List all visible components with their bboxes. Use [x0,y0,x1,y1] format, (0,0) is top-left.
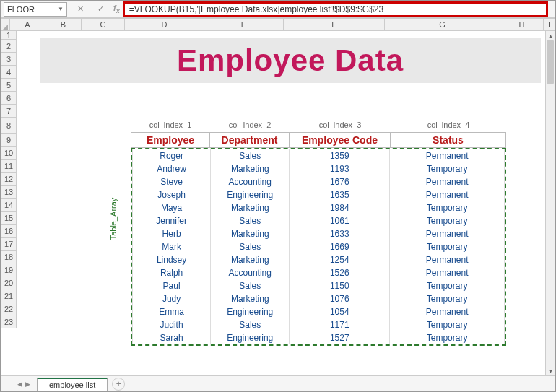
tab-next-icon[interactable]: ▶ [25,380,31,388]
table-cell[interactable]: Permanent [390,305,505,318]
table-cell[interactable]: Permanent [390,175,505,188]
column-header[interactable]: B [45,18,82,31]
table-cell[interactable]: Marketing [211,201,290,214]
table-cell[interactable]: Paul [132,279,211,292]
scroll-down-icon[interactable]: ▼ [546,367,555,375]
table-cell[interactable]: Permanent [390,227,505,240]
row-header[interactable]: 6 [1,92,17,105]
row-header[interactable]: 4 [1,66,17,79]
row-header[interactable]: 21 [1,289,17,302]
table-cell[interactable]: 1061 [290,214,390,227]
table-cell[interactable]: Permanent [390,253,505,266]
table-cell[interactable]: 1635 [290,188,390,201]
table-cell[interactable]: 1254 [290,253,390,266]
table-cell[interactable]: Maya [132,201,211,214]
table-cell[interactable]: Temporary [390,279,505,292]
table-cell[interactable]: 1526 [290,266,390,279]
table-cell[interactable]: Permanent [390,266,505,279]
table-cell[interactable]: Judy [132,292,211,305]
table-cell[interactable]: 1193 [290,162,390,175]
row-header[interactable]: 18 [1,251,17,263]
table-cell[interactable]: Sales [211,240,290,253]
table-cell[interactable]: Temporary [390,318,505,331]
table-cell[interactable]: Permanent [390,188,505,201]
row-header[interactable]: 14 [1,199,17,212]
table-cell[interactable]: 1171 [290,318,390,331]
table-cell[interactable]: Sales [211,318,290,331]
row-header[interactable]: 23 [1,315,17,328]
table-cell[interactable]: 1669 [290,240,390,253]
row-header[interactable]: 9 [1,134,17,147]
enter-formula-icon[interactable]: ✓ [95,4,106,14]
table-cell[interactable]: Marketing [211,162,290,175]
table-cell[interactable]: Marketing [211,253,290,266]
column-header[interactable]: E [204,18,284,31]
row-header[interactable]: 11 [1,160,17,173]
row-header[interactable]: 17 [1,238,17,251]
formula-bar[interactable]: =VLOOKUP(B15,'[Employee Data.xlsx]employ… [123,1,548,17]
row-header[interactable]: 10 [1,147,17,160]
row-header[interactable]: 2 [1,40,17,53]
row-header[interactable]: 19 [1,263,17,276]
table-cell[interactable]: 1527 [290,331,390,344]
select-all-corner[interactable] [1,18,9,31]
row-header[interactable]: 3 [1,53,17,66]
table-cell[interactable]: Marketing [211,292,290,305]
row-header[interactable]: 7 [1,105,17,118]
table-cell[interactable]: Sales [211,149,290,162]
column-header[interactable]: A [9,18,45,31]
vertical-scrollbar[interactable]: ▲ ▼ [545,31,555,375]
dropdown-icon[interactable]: ▼ [58,6,64,12]
column-header[interactable]: C [82,18,125,31]
column-header[interactable]: G [385,18,500,31]
table-cell[interactable]: Temporary [390,201,505,214]
row-header[interactable]: 20 [1,276,17,289]
tab-prev-icon[interactable]: ◀ [17,380,23,388]
table-cell[interactable]: Accounting [211,266,290,279]
column-header[interactable]: H [500,18,544,31]
table-cell[interactable]: Sales [211,214,290,227]
table-cell[interactable]: Ralph [132,266,211,279]
table-cell[interactable]: Steve [132,175,211,188]
row-header[interactable]: 13 [1,186,17,199]
table-cell[interactable]: Joseph [132,188,211,201]
table-cell[interactable]: Engineering [211,188,290,201]
table-cell[interactable]: Andrew [132,162,211,175]
table-cell[interactable]: Mark [132,240,211,253]
table-cell[interactable]: Temporary [390,292,505,305]
table-cell[interactable]: Temporary [390,162,505,175]
table-cell[interactable]: 1150 [290,279,390,292]
table-cell[interactable]: Herb [132,227,211,240]
table-cell[interactable]: Emma [132,305,211,318]
sheet-tab-active[interactable]: employee list [37,378,108,391]
table-cell[interactable]: Temporary [390,214,505,227]
row-header[interactable]: 15 [1,212,17,225]
row-header[interactable]: 8 [1,118,17,134]
scroll-up-icon[interactable]: ▲ [546,31,555,40]
column-header[interactable]: D [125,18,204,31]
scroll-thumb[interactable] [547,40,554,84]
table-cell[interactable]: Sarah [132,331,211,344]
table-cell[interactable]: Engineering [211,305,290,318]
row-header[interactable]: 22 [1,302,17,315]
table-cell[interactable]: Permanent [390,149,505,162]
row-header[interactable]: 5 [1,79,17,92]
table-cell[interactable]: 1076 [290,292,390,305]
table-cell[interactable]: Engineering [211,331,290,344]
table-cell[interactable]: Roger [132,149,211,162]
fx-icon[interactable]: fx [113,4,120,14]
table-cell[interactable]: 1633 [290,227,390,240]
table-cell[interactable]: 1054 [290,305,390,318]
name-box[interactable]: FLOOR ▼ [4,2,67,17]
table-cell[interactable]: Accounting [211,175,290,188]
table-cell[interactable]: 1676 [290,175,390,188]
column-header[interactable]: I [544,18,555,31]
table-cell[interactable]: Marketing [211,227,290,240]
table-cell[interactable]: Temporary [390,240,505,253]
cancel-formula-icon[interactable]: ✕ [74,4,86,14]
table-cell[interactable]: 1984 [290,201,390,214]
table-cell[interactable]: Judith [132,318,211,331]
row-header[interactable]: 12 [1,173,17,186]
row-header[interactable]: 1 [1,31,17,40]
add-sheet-icon[interactable]: + [112,378,125,391]
